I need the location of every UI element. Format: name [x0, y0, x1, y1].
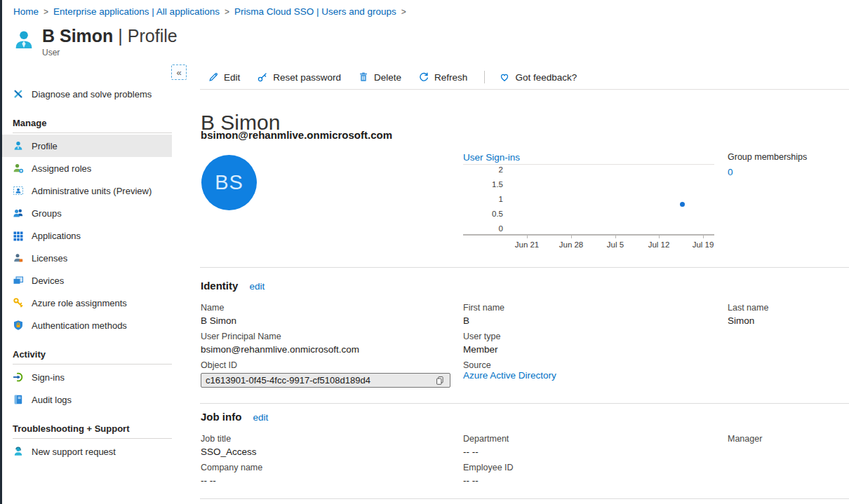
sidebar-item-label: Authentication methods — [32, 320, 127, 331]
page-title: B Simon | Profile — [42, 25, 178, 46]
breadcrumb: Home>Enterprise applications | All appli… — [13, 6, 411, 17]
pencil-icon — [208, 71, 219, 83]
y-axis-tick: 1.5 — [468, 180, 503, 189]
sidebar-section-manage: Manage — [2, 116, 172, 130]
sidebar-item-diagnose[interactable]: Diagnose and solve problems — [2, 83, 172, 105]
y-axis-tick: 1 — [468, 195, 503, 203]
field-employee-id: Employee ID -- -- — [463, 463, 728, 491]
y-axis-tick: 0.5 — [468, 210, 503, 218]
sidebar-section-rule — [13, 132, 172, 133]
sidebar-item-label: Diagnose and solve problems — [32, 89, 152, 100]
sidebar-item-administrative-units[interactable]: Administrative units (Preview) — [2, 179, 172, 202]
group-memberships-count-link[interactable]: 0 — [728, 167, 807, 177]
field-value: -- -- — [201, 475, 463, 486]
breadcrumb-link-prisma-sso[interactable]: Prisma Cloud SSO | Users and groups — [234, 6, 396, 17]
breadcrumb-separator: > — [44, 7, 48, 17]
sidebar-item-authentication-methods[interactable]: Authentication methods — [2, 314, 172, 336]
y-axis-tick: 2 — [468, 165, 503, 174]
refresh-icon — [418, 71, 429, 83]
avatar[interactable]: BS — [201, 155, 257, 210]
field-user-principal-name: User Principal Name bsimon@rehanmlive.on… — [201, 332, 463, 360]
sidebar-item-label: Groups — [32, 208, 62, 219]
sidebar-item-assigned-roles[interactable]: Assigned roles — [2, 157, 172, 179]
shield-lock-icon — [13, 320, 24, 331]
x-axis-tick: Jun 28 — [550, 240, 592, 249]
field-label: Source — [463, 360, 728, 370]
sidebar-item-devices[interactable]: Devices — [2, 269, 172, 292]
user-icon — [13, 28, 35, 52]
field-last-name: Last name Simon — [728, 303, 846, 332]
breadcrumb-link-home[interactable]: Home — [13, 6, 39, 17]
sidebar-item-azure-role-assignments[interactable]: Azure role assignments — [2, 292, 172, 314]
source-link[interactable]: Azure Active Directory — [463, 370, 556, 381]
field-name: Name B Simon — [201, 303, 463, 332]
sidebar-item-new-support-request[interactable]: New support request — [2, 440, 172, 463]
field-source: Source Azure Active Directory — [463, 360, 728, 389]
sidebar-section-activity: Activity — [2, 348, 172, 362]
field-value: bsimon@rehanmlive.onmicrosoft.com — [201, 344, 463, 355]
delete-button-label: Delete — [374, 72, 401, 83]
user-sign-ins-link[interactable]: User Sign-ins — [463, 152, 520, 163]
breadcrumb-link-enterprise-apps[interactable]: Enterprise applications | All applicatio… — [53, 6, 220, 17]
x-axis-tickmark — [615, 236, 616, 238]
section-divider — [200, 498, 849, 499]
reset-password-button-label: Reset password — [273, 72, 341, 83]
reset-password-button[interactable]: Reset password — [257, 71, 341, 83]
sidebar-section-rule — [13, 438, 172, 439]
field-value: Simon — [728, 315, 846, 326]
got-feedback-button-label: Got feedback? — [515, 72, 577, 83]
sidebar-item-label: Assigned roles — [32, 163, 91, 174]
page-subtitle: User — [42, 48, 178, 57]
field-value: B Simon — [201, 315, 463, 326]
x-axis-tickmark — [527, 236, 528, 238]
sidebar-nav: Diagnose and solve problems Manage Profi… — [2, 83, 172, 463]
sidebar-item-profile[interactable]: Profile — [2, 135, 172, 157]
sidebar-item-applications[interactable]: Applications — [2, 224, 172, 247]
sidebar-item-audit-logs[interactable]: Audit logs — [2, 388, 172, 411]
grid-icon — [13, 230, 24, 241]
field-label: Object ID — [201, 360, 463, 370]
field-department: Department -- -- — [463, 434, 728, 463]
sidebar-item-label: Profile — [32, 141, 58, 151]
section-divider — [200, 403, 849, 404]
key-icon — [257, 71, 268, 83]
sidebar-collapse-button[interactable]: « — [171, 64, 187, 80]
identity-fields: Name B Simon First name B Last name Simo… — [201, 303, 846, 389]
sidebar-item-groups[interactable]: Groups — [2, 202, 172, 224]
field-empty — [728, 360, 846, 389]
sidebar-item-label: Administrative units (Preview) — [32, 186, 152, 196]
edit-button[interactable]: Edit — [208, 71, 240, 83]
field-value: SSO_Access — [201, 447, 463, 457]
job-info-section-header: Job info edit — [201, 411, 268, 423]
job-info-edit-link[interactable]: edit — [253, 412, 269, 423]
field-label: Name — [201, 303, 463, 313]
sidebar-item-licenses[interactable]: Licenses — [2, 247, 172, 269]
devices-icon — [13, 275, 24, 286]
toolbar-divider — [484, 71, 485, 83]
field-label: Department — [463, 434, 728, 444]
signin-data-point — [680, 202, 685, 207]
got-feedback-button[interactable]: Got feedback? — [499, 71, 577, 83]
field-label: Manager — [728, 434, 846, 444]
page-title-block: B Simon | Profile User — [13, 25, 178, 57]
sidebar-item-label: Azure role assignments — [32, 298, 127, 308]
field-label: First name — [463, 303, 728, 313]
avatar-initials: BS — [215, 171, 243, 194]
identity-edit-link[interactable]: edit — [250, 281, 265, 292]
heart-icon — [499, 71, 510, 83]
field-company-name: Company name -- -- — [201, 463, 463, 491]
field-user-type: User type Member — [463, 332, 728, 360]
breadcrumb-separator: > — [401, 7, 406, 17]
sidebar-item-label: New support request — [32, 447, 116, 457]
x-axis-tick: Jul 5 — [594, 240, 636, 249]
field-label: User type — [463, 332, 728, 341]
toolbar-rule — [200, 89, 849, 90]
refresh-button[interactable]: Refresh — [418, 71, 467, 83]
object-id-readonly-field[interactable]: c1613901-0f45-4fcc-9917-cf5108d189d4 — [201, 373, 450, 388]
sidebar-item-sign-ins[interactable]: Sign-ins — [2, 366, 172, 388]
key-gold-icon — [13, 297, 24, 308]
delete-button[interactable]: Delete — [358, 71, 401, 83]
wrench-tools-icon — [13, 88, 24, 100]
support-person-icon — [13, 446, 24, 457]
copy-button[interactable] — [434, 375, 446, 386]
